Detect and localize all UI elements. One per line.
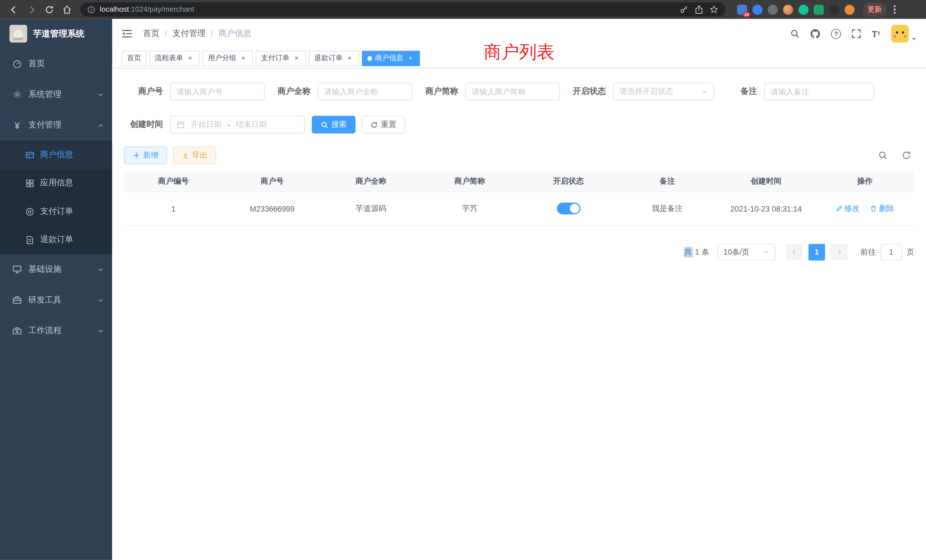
chrome-update-button[interactable]: 更新 xyxy=(863,2,887,17)
fullscreen-icon[interactable] xyxy=(852,29,861,38)
status-select[interactable]: 请选择开启状态 xyxy=(613,83,714,100)
full-name-input[interactable] xyxy=(318,83,412,100)
extension-icon-dark[interactable] xyxy=(829,5,839,15)
tab-merchant-info[interactable]: 商户信息 × xyxy=(362,50,420,66)
tab-home[interactable]: 首页 xyxy=(122,50,147,66)
key-icon[interactable] xyxy=(680,5,688,14)
prev-page-button[interactable] xyxy=(786,244,803,260)
sidebar-item-dev-tools[interactable]: 研发工具 xyxy=(0,285,112,315)
avatar-caret-icon xyxy=(911,36,917,41)
cell-create-time: 2021-10-23 08:31:14 xyxy=(717,191,816,226)
export-button[interactable]: 导出 xyxy=(173,147,216,164)
payment-submenu: 商户信息 应用信息 支付订单 xyxy=(0,141,112,254)
delete-link[interactable]: 删除 xyxy=(870,203,894,214)
close-icon[interactable]: × xyxy=(406,54,415,62)
profile-avatar-icon[interactable] xyxy=(844,5,855,15)
sidebar-item-app-info[interactable]: 应用信息 xyxy=(0,169,112,197)
breadcrumb-item-current: 商户信息 xyxy=(218,28,251,39)
status-toggle[interactable] xyxy=(557,203,581,215)
goto-label: 前往 xyxy=(861,247,876,257)
close-icon[interactable]: × xyxy=(345,54,354,62)
tab-process-form[interactable]: 流程表单 × xyxy=(150,50,200,66)
close-icon[interactable]: × xyxy=(292,54,301,62)
refresh-table-icon[interactable] xyxy=(899,148,914,163)
pagination: 共 1 条 10条/页 1 xyxy=(124,244,914,260)
cell-remark: 我是备注 xyxy=(618,191,716,226)
merchant-no-input[interactable] xyxy=(170,83,265,100)
reload-icon[interactable] xyxy=(41,2,57,17)
create-time-range-picker[interactable]: 开始日期 - 结束日期 xyxy=(170,116,305,133)
bookmark-star-icon[interactable] xyxy=(710,5,718,14)
breadcrumb-item-payment[interactable]: 支付管理 xyxy=(172,28,206,39)
extension-icon-blue-square[interactable]: 10 xyxy=(737,5,747,15)
page-size-select[interactable]: 10条/页 xyxy=(717,244,775,260)
home-icon[interactable] xyxy=(59,2,74,17)
table-toolbar: 新增 导出 xyxy=(124,147,914,164)
site-info-icon[interactable] xyxy=(88,6,95,14)
extension-icon-green-check[interactable] xyxy=(799,5,808,15)
sidebar-item-refund-orders[interactable]: 退款订单 xyxy=(0,226,112,254)
forward-icon[interactable] xyxy=(24,2,39,17)
help-icon[interactable]: ? xyxy=(831,29,841,38)
sidebar-item-label: 应用信息 xyxy=(40,178,73,188)
pagination-goto: 前往 页 xyxy=(861,244,914,260)
sidebar-item-merchant-info[interactable]: 商户信息 xyxy=(0,141,112,169)
sidebar-item-infrastructure[interactable]: 基础设施 xyxy=(0,254,112,285)
monitor-icon xyxy=(12,265,22,274)
gear-icon xyxy=(12,90,22,99)
active-dot xyxy=(367,56,372,61)
close-icon[interactable]: × xyxy=(186,54,194,62)
sidebar-toggle-icon[interactable] xyxy=(122,29,132,38)
extension-icon-green-square[interactable] xyxy=(814,5,824,15)
cell-short-name: 芋艿 xyxy=(420,191,519,226)
app-logo[interactable]: 芋道管理系统 xyxy=(0,19,112,48)
cell-full-name: 芋道源码 xyxy=(322,191,420,226)
pagination-total: 共 1 条 xyxy=(684,247,709,257)
pay-order-icon xyxy=(25,207,34,216)
sidebar-item-payment[interactable]: ¥ 支付管理 xyxy=(0,110,112,141)
extension-icon-blue-drop[interactable] xyxy=(752,5,763,15)
toggle-search-icon[interactable] xyxy=(875,148,891,163)
reset-button[interactable]: 重置 xyxy=(362,116,405,133)
user-avatar[interactable] xyxy=(891,25,917,42)
sidebar-item-home[interactable]: 首页 xyxy=(0,48,112,79)
search-button[interactable]: 搜索 xyxy=(312,116,356,133)
breadcrumb-item-home[interactable]: 首页 xyxy=(143,28,159,39)
chevron-down-icon xyxy=(97,297,104,303)
back-icon[interactable] xyxy=(6,2,21,17)
tab-pay-orders[interactable]: 支付订单 × xyxy=(256,50,306,66)
browser-menu-icon[interactable] xyxy=(894,5,896,14)
sidebar-item-label: 研发工具 xyxy=(28,295,61,306)
tab-user-group[interactable]: 用户分组 × xyxy=(203,50,253,66)
share-icon[interactable] xyxy=(695,5,703,14)
dashboard-icon xyxy=(12,59,22,68)
short-name-input[interactable] xyxy=(465,83,560,100)
breadcrumb-separator: / xyxy=(211,29,213,38)
close-icon[interactable]: × xyxy=(239,54,247,62)
app-title: 芋道管理系统 xyxy=(33,28,85,39)
chevron-down-icon xyxy=(701,88,708,95)
cell-merchant-id: 1 xyxy=(124,191,222,226)
address-bar[interactable]: localhost:1024/pay/merchant xyxy=(80,2,725,17)
remark-label: 备注 xyxy=(741,86,764,97)
refund-doc-icon xyxy=(25,235,34,244)
remark-input[interactable] xyxy=(764,83,874,100)
extension-icon-gray[interactable] xyxy=(768,5,778,15)
extension-badge: 10 xyxy=(743,11,750,17)
extension-icon-photo[interactable] xyxy=(783,5,793,15)
goto-page-input[interactable] xyxy=(881,244,902,260)
next-page-button[interactable] xyxy=(831,244,847,260)
tab-refund-orders[interactable]: 退款订单 × xyxy=(309,50,359,66)
font-size-icon[interactable]: TT xyxy=(872,29,881,38)
sidebar-item-workflow[interactable]: 工作流程 xyxy=(0,315,112,346)
page-number-button[interactable]: 1 xyxy=(808,244,825,260)
sidebar-item-label: 退款订单 xyxy=(40,235,73,245)
chevron-up-icon xyxy=(97,122,104,129)
header-search-icon[interactable] xyxy=(790,29,800,38)
sidebar-item-system[interactable]: 系统管理 xyxy=(0,79,112,110)
sidebar-item-label: 工作流程 xyxy=(28,325,61,336)
edit-link[interactable]: 修改 xyxy=(835,203,859,214)
sidebar-item-pay-orders[interactable]: 支付订单 xyxy=(0,197,112,226)
add-button[interactable]: 新增 xyxy=(124,147,167,164)
github-icon[interactable] xyxy=(811,29,820,38)
